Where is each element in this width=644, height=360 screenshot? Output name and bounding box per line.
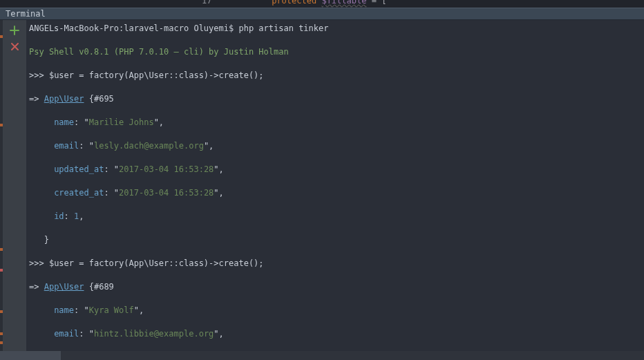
terminal-tool-gutter bbox=[3, 20, 26, 351]
kv-id-1: id: 1, bbox=[29, 211, 644, 222]
bottom-bar-segment[interactable] bbox=[0, 351, 61, 360]
psy-shell-banner: Psy Shell v0.8.1 (PHP 7.0.10 — cli) by J… bbox=[29, 46, 644, 58]
editor-lineno: 17 bbox=[202, 0, 211, 6]
class-name: App\User bbox=[44, 94, 84, 104]
result-header-1: => App\User {#695 bbox=[29, 93, 644, 105]
kv-name-1: name: "Marilie Johns", bbox=[29, 117, 644, 129]
shell-host-path: ANGELs-MacBook-Pro:laravel-macro Oluyemi… bbox=[29, 23, 238, 33]
keyword-protected: protected bbox=[272, 0, 316, 6]
result-header-2: => App\User {#689 bbox=[29, 281, 644, 293]
repl-prompt: >>> bbox=[29, 70, 49, 80]
overview-mark bbox=[0, 35, 3, 38]
class-name: App\User bbox=[44, 282, 84, 292]
object-hash: #695 bbox=[94, 94, 114, 104]
editor-top-strip: 17 protected $fillable = [ bbox=[0, 0, 644, 8]
terminal-panel-title: Terminal bbox=[6, 8, 46, 20]
kv-email-2: email: "hintz.libbie@example.org", bbox=[29, 328, 644, 340]
repl-command: $user = factory(App\User::class)->create… bbox=[49, 258, 264, 268]
repl-command: $user = factory(App\User::class)->create… bbox=[49, 70, 264, 80]
object-hash: #689 bbox=[94, 282, 114, 292]
repl-line-1: >>> $user = factory(App\User::class)->cr… bbox=[29, 70, 644, 82]
overview-mark bbox=[0, 269, 3, 272]
x-icon[interactable] bbox=[10, 42, 19, 51]
overview-mark bbox=[0, 310, 3, 313]
obj-close-1: } bbox=[29, 234, 644, 246]
result-arrow: => bbox=[29, 282, 44, 292]
plus-icon[interactable] bbox=[10, 26, 19, 35]
kv-created-1: created_at: "2017-03-04 16:53:28", bbox=[29, 187, 644, 199]
terminal-panel-body: ANGELs-MacBook-Pro:laravel-macro Oluyemi… bbox=[0, 20, 644, 351]
var-fillable: $fillable bbox=[321, 0, 366, 6]
shell-prompt-line: ANGELs-MacBook-Pro:laravel-macro Oluyemi… bbox=[29, 23, 644, 35]
repl-prompt: >>> bbox=[29, 258, 49, 268]
repl-line-2: >>> $user = factory(App\User::class)->cr… bbox=[29, 258, 644, 269]
kv-name-2: name: "Kyra Wolf", bbox=[29, 305, 644, 316]
result-arrow: => bbox=[29, 94, 44, 104]
terminal-panel-header[interactable]: Terminal bbox=[0, 8, 644, 20]
overview-mark bbox=[0, 332, 3, 335]
kv-email-1: email: "lesly.dach@example.org", bbox=[29, 140, 644, 152]
overview-mark bbox=[0, 341, 3, 344]
overview-mark bbox=[0, 248, 3, 251]
terminal-output[interactable]: ANGELs-MacBook-Pro:laravel-macro Oluyemi… bbox=[26, 20, 644, 351]
editor-overview-ruler bbox=[0, 20, 3, 351]
kv-updated-1: updated_at: "2017-03-04 16:53:28", bbox=[29, 164, 644, 176]
bottom-bar bbox=[0, 351, 644, 360]
shell-command: php artisan tinker bbox=[238, 23, 328, 33]
editor-visible-line: 17 protected $fillable = [ bbox=[202, 0, 386, 7]
code-rest: = [ bbox=[366, 0, 386, 6]
overview-mark bbox=[0, 124, 3, 126]
